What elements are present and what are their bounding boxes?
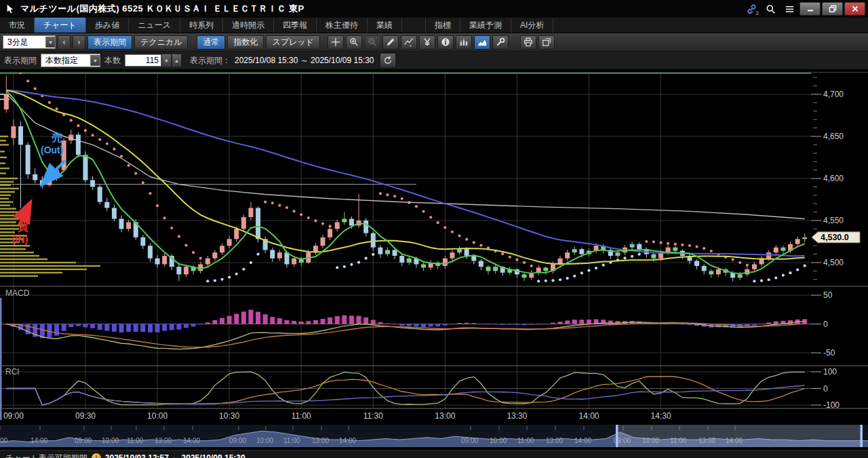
navigator-time-label: 09:00 bbox=[461, 437, 478, 444]
crosshair-icon[interactable] bbox=[328, 35, 344, 50]
navigator-time-label: 13:00 bbox=[546, 437, 563, 444]
navigator-time-label: 10:00 bbox=[256, 437, 273, 444]
link-icon[interactable]: 2 bbox=[743, 2, 760, 16]
minimize-button[interactable] bbox=[800, 2, 821, 16]
wrench-icon[interactable] bbox=[492, 35, 509, 50]
timeframe-value: 3分足 bbox=[7, 37, 28, 48]
display-range-value: 2025/10/08 15:30 ～ 2025/10/09 15:30 bbox=[235, 55, 374, 66]
price-axis-label: 4,550 bbox=[823, 216, 844, 225]
tab-歩み値[interactable]: 歩み値 bbox=[86, 18, 129, 33]
rci-axis-label: -100 bbox=[823, 400, 840, 410]
period-bar: 表示期間 本数指定 ▼ 本数 ▼ ▲ 表示期間： 2025/10/08 15:3… bbox=[0, 52, 868, 69]
macd-panel bbox=[4, 309, 807, 349]
status-label: チャート表示可能期間 bbox=[5, 453, 87, 458]
time-axis-label: 09:00 bbox=[3, 411, 24, 421]
reset-period-icon[interactable] bbox=[380, 53, 396, 68]
period-mode-value: 本数指定 bbox=[45, 55, 78, 66]
navigator-time-label: 11:00 bbox=[517, 437, 534, 444]
time-axis-label: 14:00 bbox=[578, 411, 599, 421]
tab-業績[interactable]: 業績 bbox=[368, 18, 402, 33]
chevron-down-icon: ▼ bbox=[90, 55, 100, 66]
指数化-button[interactable]: 指数化 bbox=[227, 35, 264, 50]
navigator-handle-left[interactable] bbox=[616, 425, 618, 447]
rci-axis-label: 0 bbox=[823, 384, 828, 394]
tab-ニュース[interactable]: ニュース bbox=[129, 18, 180, 33]
navigator-time-label: 14:00 bbox=[183, 437, 200, 444]
printer-icon[interactable] bbox=[520, 35, 536, 50]
svg-text:(IN): (IN) bbox=[12, 234, 28, 245]
navigator-time-label: 09:00 bbox=[75, 437, 92, 444]
pencil-icon[interactable] bbox=[382, 35, 399, 50]
trade-annotations: 売(Out)買(IN) bbox=[12, 132, 65, 245]
svg-text:(Out): (Out) bbox=[41, 145, 63, 155]
macd-axis-label: 0 bbox=[823, 320, 828, 329]
status-range-value: 2025/10/03 12:57 ～ 2025/10/09 15:30 bbox=[105, 453, 245, 458]
search-icon[interactable] bbox=[762, 2, 778, 16]
count-down-button[interactable]: ▼ bbox=[161, 54, 172, 67]
navigator-time-label: 11:00 bbox=[127, 437, 144, 444]
tab-bar: 市況チャート歩み値ニュース時系列適時開示四季報株主優待業績指標業績予測AI分析 bbox=[0, 18, 868, 33]
yen-icon[interactable] bbox=[419, 35, 435, 50]
time-axis-label: 09:30 bbox=[75, 411, 96, 421]
navigator-time-label: 14:00 bbox=[339, 437, 356, 444]
prev-period-button[interactable]: ‹ bbox=[58, 35, 71, 50]
time-axis-label: 14:30 bbox=[651, 411, 671, 421]
info-icon[interactable] bbox=[437, 35, 454, 50]
tab-四季報[interactable]: 四季報 bbox=[274, 18, 317, 33]
close-button[interactable] bbox=[844, 2, 865, 16]
tab-市況[interactable]: 市況 bbox=[0, 18, 35, 33]
title-bar: マルチツール(国内株式) 6525 ＫＯＫＵＳＡＩ ＥＬＥＣＴＲＩＣ 東P 2 bbox=[0, 0, 868, 18]
tab-業績予測[interactable]: 業績予測 bbox=[460, 18, 511, 33]
zoom-in-icon[interactable] bbox=[346, 35, 362, 50]
sell-label: 売 bbox=[52, 132, 62, 143]
multi-tool-window: マルチツール(国内株式) 6525 ＫＯＫＵＳＡＩ ＥＬＥＣＴＲＩＣ 東P 2 … bbox=[0, 0, 868, 458]
next-period-button[interactable]: › bbox=[73, 35, 85, 50]
volume-bars-icon[interactable] bbox=[456, 35, 472, 50]
macd-label: MACD bbox=[5, 288, 30, 298]
link-badge: 2 bbox=[756, 10, 759, 16]
restore-button[interactable] bbox=[822, 2, 843, 16]
chart-toolbar: 3分足 ▼ ‹ › 表示期間テクニカル通常指数化スプレッド bbox=[0, 33, 868, 52]
trendline-icon[interactable] bbox=[401, 35, 417, 50]
status-bar: チャート表示可能期間 ! 2025/10/03 12:57 ～ 2025/10/… bbox=[0, 450, 868, 458]
count-up-button[interactable]: ▲ bbox=[172, 54, 182, 67]
timeframe-select[interactable]: 3分足 ▼ bbox=[3, 35, 56, 49]
new-window-icon[interactable] bbox=[538, 35, 555, 50]
time-axis-label: 11:30 bbox=[363, 411, 383, 421]
warning-icon: ! bbox=[92, 453, 101, 458]
navigator-selection[interactable] bbox=[616, 425, 863, 447]
navigator-time-label: 09:00 bbox=[229, 437, 246, 444]
通常-button[interactable]: 通常 bbox=[197, 35, 225, 50]
navigator-time-label: 11:00 bbox=[283, 437, 300, 444]
menu-icon[interactable] bbox=[781, 2, 797, 16]
tab-指標[interactable]: 指標 bbox=[425, 18, 460, 33]
テクニカル-button[interactable]: テクニカル bbox=[134, 35, 188, 50]
chart-area: 売(Out)買(IN)MACDRCI4,7004,6504,6004,5504,… bbox=[0, 69, 868, 425]
tab-時系列[interactable]: 時系列 bbox=[180, 18, 223, 33]
period-mode-select[interactable]: 本数指定 ▼ bbox=[41, 54, 100, 67]
area-chart-icon[interactable] bbox=[474, 35, 490, 50]
count-input[interactable] bbox=[125, 54, 161, 66]
navigator-time-label: 13:00 bbox=[155, 437, 172, 444]
main-chart-svg[interactable]: 売(Out)買(IN)MACDRCI4,7004,6504,6004,5504,… bbox=[0, 72, 868, 422]
zoom-out-icon bbox=[364, 35, 380, 50]
app-icon bbox=[3, 1, 18, 16]
parabolic-sar bbox=[5, 72, 806, 282]
tab-株主優待[interactable]: 株主優待 bbox=[317, 18, 368, 33]
rci-label: RCI bbox=[5, 367, 20, 377]
表示期間-button[interactable]: 表示期間 bbox=[87, 35, 132, 50]
tab-適時開示[interactable]: 適時開示 bbox=[223, 18, 274, 33]
navigator-time-label: 10:00 bbox=[490, 437, 507, 444]
navigator-time-label: 13:00 bbox=[312, 437, 329, 444]
navigator-handle-right[interactable] bbox=[861, 425, 863, 447]
window-title: マルチツール(国内株式) 6525 ＫＯＫＵＳＡＩ ＥＬＥＣＴＲＩＣ 東P bbox=[20, 3, 304, 15]
price-axis-label: 4,500 bbox=[823, 258, 844, 267]
range-navigator[interactable]: 13:0014:0009:0010:0011:0013:0014:0009:00… bbox=[0, 425, 868, 447]
navigator-time-label: 10:00 bbox=[102, 437, 119, 444]
macd-axis-label: -50 bbox=[823, 348, 835, 358]
price-axis-label: 4,700 bbox=[823, 90, 844, 99]
tab-AI分析[interactable]: AI分析 bbox=[511, 18, 553, 33]
スプレッド-button[interactable]: スプレッド bbox=[266, 35, 319, 50]
tab-チャート[interactable]: チャート bbox=[35, 18, 86, 33]
period-label: 表示期間 bbox=[4, 55, 37, 66]
